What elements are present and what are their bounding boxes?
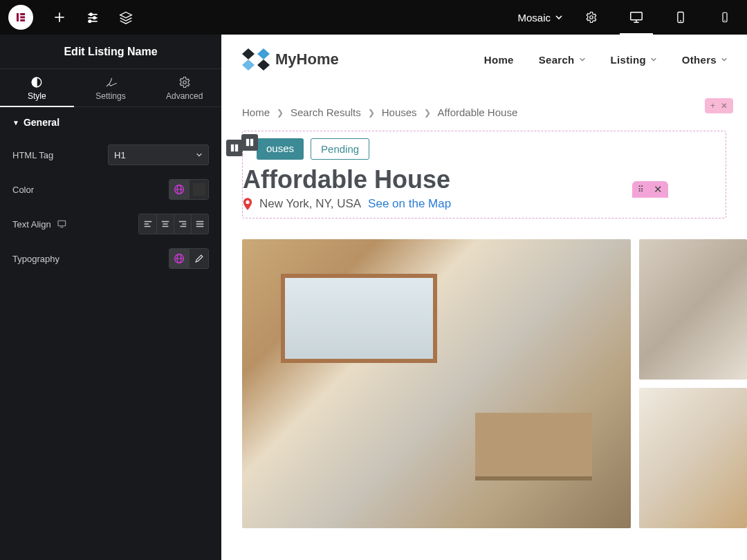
topbar-left (0, 0, 142, 35)
svg-marker-46 (257, 59, 270, 71)
nav-others[interactable]: Others (682, 54, 728, 66)
gallery-main-image[interactable] (242, 239, 631, 528)
svg-rect-49 (246, 139, 249, 146)
align-justify[interactable] (191, 214, 208, 234)
site-nav: Home Search Listing Others (484, 54, 728, 66)
nav-home[interactable]: Home (484, 54, 514, 66)
plus-icon: + (710, 101, 715, 111)
svg-point-13 (590, 16, 593, 19)
html-tag-value: H1 (114, 150, 126, 160)
tag-houses[interactable]: ouses (257, 138, 304, 160)
tab-advanced[interactable]: Advanced (147, 69, 221, 106)
device-mobile[interactable] (703, 0, 747, 35)
device-desktop[interactable] (614, 0, 658, 35)
chevron-right-icon: ❯ (424, 108, 431, 118)
svg-marker-45 (242, 59, 255, 71)
chevron-right-icon: ❯ (277, 108, 284, 118)
color-chip (193, 183, 205, 196)
svg-point-11 (89, 20, 91, 22)
navigator-button[interactable] (109, 0, 142, 35)
gallery-thumb[interactable] (639, 388, 747, 528)
section-general-toggle[interactable]: ▼ General (0, 107, 221, 135)
svg-rect-14 (631, 12, 643, 20)
responsive-icon[interactable] (57, 218, 68, 230)
site-header: MyHome Home Search Listing Others (221, 35, 747, 84)
chevron-down-icon (579, 56, 586, 63)
chevron-down-icon (555, 13, 563, 21)
tab-style[interactable]: Style (0, 69, 74, 106)
chevron-down-icon (196, 151, 203, 158)
color-global-button[interactable] (169, 180, 189, 199)
nav-home-label: Home (484, 54, 514, 66)
control-color: Color (12, 172, 209, 207)
listing-gallery (221, 218, 747, 528)
crumb-houses[interactable]: Houses (382, 106, 417, 118)
controls: HTML Tag H1 Color (0, 135, 221, 279)
svg-rect-1 (20, 13, 25, 15)
align-right[interactable] (174, 214, 191, 234)
sidebar-title: Edit Listing Name (0, 35, 221, 69)
section-handle[interactable] (226, 140, 243, 156)
chevron-down-icon (721, 56, 728, 63)
color-swatch-button[interactable] (189, 180, 208, 199)
section-general-label: General (24, 117, 59, 128)
location-row: New York, NY, USA See on the Map (243, 197, 723, 215)
svg-marker-44 (257, 48, 270, 59)
crumb-home[interactable]: Home (242, 106, 270, 118)
editor-sidebar: Edit Listing Name Style Settings Advance… (0, 35, 221, 560)
svg-point-7 (90, 13, 92, 15)
tab-advanced-label: Advanced (166, 91, 203, 101)
globe-icon (174, 253, 185, 264)
caret-down-icon: ▼ (12, 119, 19, 127)
svg-point-22 (183, 81, 186, 84)
control-typography: Typography (12, 241, 209, 276)
device-switcher (614, 0, 747, 35)
site-brand[interactable]: MyHome (241, 47, 339, 72)
nav-listing[interactable]: Listing (611, 54, 657, 66)
device-tablet[interactable] (658, 0, 703, 35)
editor-topbar: Mosaic (0, 0, 747, 35)
typography-control (169, 248, 209, 269)
nav-search-label: Search (539, 54, 575, 66)
align-center[interactable] (156, 214, 174, 234)
main-row: Edit Listing Name Style Settings Advance… (0, 35, 747, 560)
svg-marker-43 (242, 48, 255, 59)
tag-pending[interactable]: Pending (311, 138, 369, 160)
svg-rect-47 (231, 144, 234, 151)
nav-listing-label: Listing (611, 54, 646, 66)
add-widget-button[interactable] (43, 0, 76, 35)
text-align-group (138, 214, 209, 234)
globe-icon (174, 184, 185, 195)
svg-rect-48 (235, 144, 238, 151)
elementor-logo[interactable] (8, 5, 33, 30)
svg-marker-12 (120, 12, 132, 18)
typography-label: Typography (12, 254, 169, 264)
crumb-results[interactable]: Search Results (290, 106, 361, 118)
svg-rect-0 (17, 13, 19, 21)
template-label: Mosaic (517, 12, 551, 24)
section-add-handle[interactable]: + ✕ (705, 98, 733, 113)
chevron-down-icon (650, 56, 657, 63)
gallery-thumb[interactable] (639, 239, 747, 380)
page-body: Home ❯ Search Results ❯ Houses ❯ Afforda… (221, 84, 747, 218)
control-text-align: Text Align (12, 207, 209, 241)
template-selector[interactable]: Mosaic (506, 0, 574, 35)
html-tag-label: HTML Tag (12, 150, 108, 160)
nav-search[interactable]: Search (539, 54, 586, 66)
tab-settings[interactable]: Settings (74, 69, 148, 106)
site-settings-button[interactable] (574, 0, 609, 35)
tab-style-label: Style (28, 91, 46, 101)
html-tag-select[interactable]: H1 (108, 144, 209, 165)
column-handle[interactable] (241, 134, 258, 151)
typography-edit-button[interactable] (189, 249, 208, 268)
page-settings-button[interactable] (76, 0, 109, 35)
color-control (169, 179, 209, 200)
location-pin-icon (243, 198, 252, 210)
align-left[interactable] (139, 214, 156, 234)
crumb-current: Affordable House (438, 106, 518, 118)
svg-rect-50 (250, 139, 253, 146)
svg-rect-2 (20, 17, 25, 19)
typography-global-button[interactable] (169, 249, 189, 268)
svg-rect-3 (20, 19, 25, 21)
map-link[interactable]: See on the Map (368, 197, 451, 211)
